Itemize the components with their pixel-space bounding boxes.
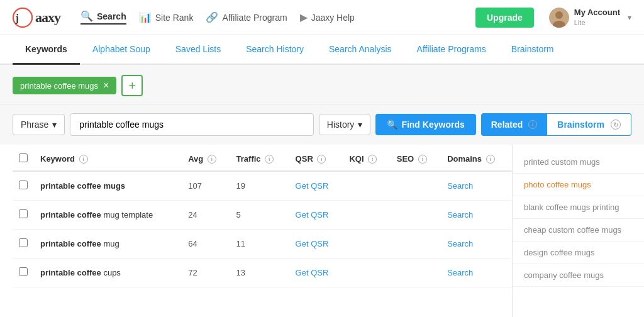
avg-cell-0: 107 bbox=[182, 171, 230, 201]
tab-search-history[interactable]: Search History bbox=[233, 35, 316, 65]
related-info-icon[interactable]: i bbox=[528, 120, 537, 129]
traffic-cell-2: 11 bbox=[230, 230, 289, 259]
kqi-cell-3 bbox=[343, 259, 390, 287]
get-qsr-link-1[interactable]: Get QSR bbox=[296, 210, 329, 220]
search-domains-link-2[interactable]: Search bbox=[447, 239, 473, 248]
traffic-cell-3: 13 bbox=[230, 259, 289, 287]
find-keywords-button[interactable]: 🔍 Find Keywords bbox=[375, 114, 475, 135]
avg-info-icon[interactable]: i bbox=[208, 155, 216, 164]
sidebar-item-5[interactable]: company coffee mugs bbox=[513, 264, 644, 287]
tag-close-icon[interactable]: × bbox=[103, 81, 109, 91]
qsr-info-icon[interactable]: i bbox=[317, 155, 326, 164]
logo[interactable]: j aaxy bbox=[13, 8, 60, 28]
domains-info-icon[interactable]: i bbox=[486, 155, 495, 164]
keyword-cell-3: printable coffee cups bbox=[34, 259, 182, 287]
sidebar-item-2[interactable]: blank coffee mugs printing bbox=[513, 196, 644, 219]
history-dropdown[interactable]: History ▾ bbox=[319, 114, 371, 135]
table-body: printable coffee mugs 107 19 Get QSR Sea… bbox=[13, 171, 512, 287]
brainstorm-button[interactable]: Brainstorm ↻ bbox=[547, 113, 631, 136]
svg-point-3 bbox=[555, 11, 563, 19]
search-domains-link-0[interactable]: Search bbox=[447, 181, 473, 191]
traffic-info-icon[interactable]: i bbox=[265, 155, 274, 164]
logo-text: aaxy bbox=[35, 9, 60, 26]
keyword-info-icon[interactable]: i bbox=[79, 155, 88, 164]
avatar-image bbox=[549, 8, 569, 28]
search-domains-link-1[interactable]: Search bbox=[447, 210, 473, 220]
history-label: History bbox=[327, 120, 355, 130]
kqi-info-icon[interactable]: i bbox=[368, 155, 377, 164]
tab-alphabet-soup[interactable]: Alphabet Soup bbox=[80, 35, 163, 65]
keyword-rest-2: mug bbox=[101, 239, 119, 248]
nav-help-label: Jaaxy Help bbox=[311, 13, 355, 23]
account-level: Lite bbox=[574, 18, 620, 27]
domains-cell-0[interactable]: Search bbox=[441, 171, 512, 201]
keyword-bold-2: printable coffee bbox=[40, 239, 101, 248]
col-seo: SEO i bbox=[391, 145, 441, 171]
nav-site-rank-label: Site Rank bbox=[155, 13, 194, 23]
row-checkbox-2[interactable] bbox=[19, 238, 28, 247]
row-checkbox-cell[interactable] bbox=[13, 171, 34, 201]
nav-site-rank[interactable]: 📊 Site Rank bbox=[139, 11, 194, 23]
phrase-label: Phrase bbox=[21, 120, 48, 130]
qsr-cell-1[interactable]: Get QSR bbox=[289, 201, 343, 230]
search-input-wrap bbox=[70, 113, 313, 136]
table-row: printable coffee mug 64 11 Get QSR Searc… bbox=[13, 230, 512, 259]
share-icon: 🔗 bbox=[206, 11, 218, 23]
row-checkbox-cell[interactable] bbox=[13, 259, 34, 287]
related-button[interactable]: Related i bbox=[481, 113, 548, 136]
qsr-cell-2[interactable]: Get QSR bbox=[289, 230, 343, 259]
tab-bar: Keywords Alphabet Soup Saved Lists Searc… bbox=[0, 35, 644, 65]
nav-search-label: Search bbox=[97, 11, 126, 21]
domains-cell-2[interactable]: Search bbox=[441, 230, 512, 259]
search-icon: 🔍 bbox=[80, 10, 93, 22]
find-keywords-search-icon: 🔍 bbox=[387, 120, 397, 130]
keyword-cell-2: printable coffee mug bbox=[34, 230, 182, 259]
account-name: My Account bbox=[574, 8, 620, 18]
table-header-row: Keyword i Avg i Traffic i QSR i bbox=[13, 145, 512, 171]
add-tag-button[interactable]: + bbox=[121, 75, 143, 96]
tab-keywords[interactable]: Keywords bbox=[13, 35, 80, 65]
tab-affiliate-programs[interactable]: Affiliate Programs bbox=[404, 35, 499, 65]
qsr-cell-3[interactable]: Get QSR bbox=[289, 259, 343, 287]
search-domains-link-3[interactable]: Search bbox=[447, 268, 473, 277]
nav-affiliate-label: Affiliate Program bbox=[222, 13, 287, 23]
avg-cell-1: 24 bbox=[182, 201, 230, 230]
nav-help[interactable]: ▶ Jaaxy Help bbox=[300, 11, 355, 23]
seo-cell-1 bbox=[391, 201, 441, 230]
domains-cell-1[interactable]: Search bbox=[441, 201, 512, 230]
row-checkbox-3[interactable] bbox=[19, 267, 28, 276]
get-qsr-link-3[interactable]: Get QSR bbox=[296, 268, 329, 277]
search-tag-0[interactable]: printable coffee mugs × bbox=[13, 77, 116, 94]
phrase-dropdown[interactable]: Phrase ▾ bbox=[13, 114, 65, 135]
upgrade-button[interactable]: Upgrade bbox=[475, 8, 534, 28]
row-checkbox-cell[interactable] bbox=[13, 201, 34, 230]
brainstorm-refresh-icon: ↻ bbox=[611, 120, 621, 130]
nav-search[interactable]: 🔍 Search bbox=[80, 10, 126, 25]
get-qsr-link-0[interactable]: Get QSR bbox=[296, 181, 329, 191]
table-area: Keyword i Avg i Traffic i QSR i bbox=[0, 145, 512, 317]
traffic-cell-1: 5 bbox=[230, 201, 289, 230]
tab-saved-lists[interactable]: Saved Lists bbox=[163, 35, 233, 65]
qsr-cell-0[interactable]: Get QSR bbox=[289, 171, 343, 201]
tab-brainstorm[interactable]: Brainstorm bbox=[499, 35, 567, 65]
keyword-rest-1: mug template bbox=[101, 210, 153, 220]
nav-affiliate[interactable]: 🔗 Affiliate Program bbox=[206, 11, 287, 23]
select-all-checkbox[interactable] bbox=[19, 153, 28, 162]
domains-cell-3[interactable]: Search bbox=[441, 259, 512, 287]
sidebar-item-1[interactable]: photo coffee mugs bbox=[513, 174, 644, 196]
search-input[interactable] bbox=[70, 113, 313, 136]
row-checkbox-0[interactable] bbox=[19, 181, 28, 189]
my-account[interactable]: My Account Lite ▾ bbox=[549, 8, 631, 28]
select-all-header[interactable] bbox=[13, 145, 34, 171]
sidebar-item-4[interactable]: design coffee mugs bbox=[513, 242, 644, 264]
row-checkbox-cell[interactable] bbox=[13, 230, 34, 259]
sidebar-item-3[interactable]: cheap custom coffee mugs bbox=[513, 219, 644, 242]
sidebar-item-0[interactable]: printed custom mugs bbox=[513, 151, 644, 174]
row-checkbox-1[interactable] bbox=[19, 209, 28, 218]
header: j aaxy 🔍 Search 📊 Site Rank 🔗 Affiliate … bbox=[0, 0, 644, 35]
search-bar: Phrase ▾ History ▾ 🔍 Find Keywords Relat… bbox=[0, 104, 644, 145]
seo-info-icon[interactable]: i bbox=[418, 155, 427, 164]
col-avg: Avg i bbox=[182, 145, 230, 171]
get-qsr-link-2[interactable]: Get QSR bbox=[296, 239, 329, 248]
tab-search-analysis[interactable]: Search Analysis bbox=[316, 35, 404, 65]
